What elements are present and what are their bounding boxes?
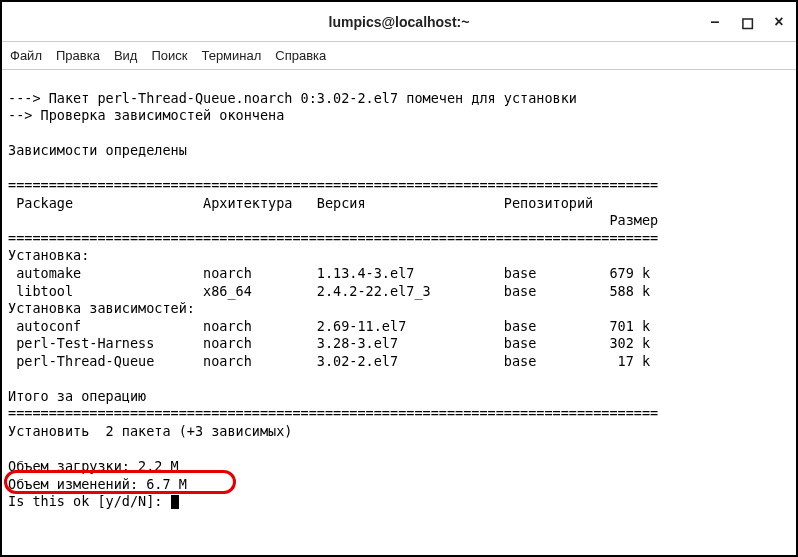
terminal-line: perl-Thread-Queue noarch 3.02-2.el7 base… — [8, 353, 650, 369]
menu-edit[interactable]: Правка — [56, 48, 100, 63]
menu-file[interactable]: Файл — [10, 48, 42, 63]
terminal-prompt: Is this ok [y/d/N]: — [8, 493, 171, 509]
menu-terminal[interactable]: Терминал — [201, 48, 261, 63]
close-icon[interactable]: × — [770, 13, 788, 31]
terminal-line: Package Архитектура Версия Репозиторий — [8, 195, 593, 211]
minimize-icon[interactable]: – — [706, 13, 724, 31]
terminal-line: Размер — [8, 212, 658, 228]
terminal-line: Установить 2 пакета (+3 зависимых) — [8, 423, 292, 439]
menu-help[interactable]: Справка — [275, 48, 326, 63]
window-title: lumpics@localhost:~ — [329, 14, 470, 30]
terminal-line: automake noarch 1.13.4-3.el7 base 679 k — [8, 265, 650, 281]
titlebar: lumpics@localhost:~ – ◻ × — [2, 2, 796, 42]
menu-view[interactable]: Вид — [114, 48, 138, 63]
maximize-icon[interactable]: ◻ — [738, 13, 756, 32]
terminal-line: perl-Test-Harness noarch 3.28-3.el7 base… — [8, 335, 650, 351]
terminal-line: ========================================… — [8, 405, 658, 421]
terminal-line: libtool x86_64 2.4.2-22.el7_3 base 588 k — [8, 283, 650, 299]
terminal-line: ========================================… — [8, 177, 658, 193]
menubar: Файл Правка Вид Поиск Терминал Справка — [2, 42, 796, 70]
terminal-line: Итого за операцию — [8, 388, 146, 404]
window-controls: – ◻ × — [706, 2, 788, 42]
terminal-line: ========================================… — [8, 230, 658, 246]
terminal-line: Зависимости определены — [8, 142, 187, 158]
terminal-area[interactable]: ---> Пакет perl-Thread-Queue.noarch 0:3.… — [2, 70, 796, 555]
terminal-line: autoconf noarch 2.69-11.el7 base 701 k — [8, 318, 650, 334]
terminal-line: Объем изменений: 6.7 M — [8, 476, 187, 492]
terminal-line: ---> Пакет perl-Thread-Queue.noarch 0:3.… — [8, 90, 577, 106]
menu-search[interactable]: Поиск — [151, 48, 187, 63]
terminal-line: Установка: — [8, 247, 89, 263]
terminal-line: --> Проверка зависимостей окончена — [8, 107, 284, 123]
terminal-line: Установка зависимостей: — [8, 300, 195, 316]
cursor — [171, 495, 179, 509]
terminal-line: Объем загрузки: 2.2 M — [8, 458, 179, 474]
